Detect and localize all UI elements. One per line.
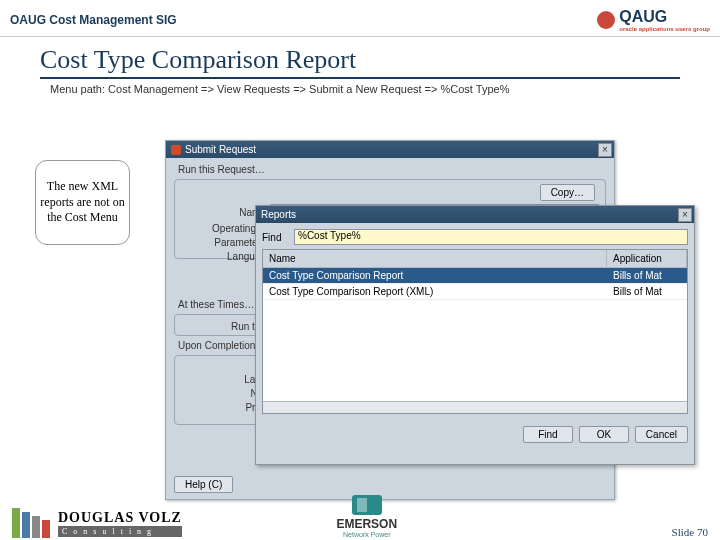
page-title: Cost Type Comparison Report bbox=[40, 45, 680, 79]
cell-app: Bills of Mat bbox=[607, 268, 687, 283]
cell-app: Bills of Mat bbox=[607, 284, 687, 299]
oracle-icon bbox=[171, 145, 181, 155]
window-title-text: Submit Request bbox=[185, 144, 256, 155]
note-box: The new XML reports are not on the Cost … bbox=[35, 160, 130, 245]
reports-popup: Reports × Find %Cost Type% Name Applicat… bbox=[255, 205, 695, 465]
parameters-label: Parameters bbox=[181, 237, 266, 248]
oaug-logo: QAUG oracle applications users group bbox=[597, 8, 710, 32]
find-button[interactable]: Find bbox=[523, 426, 573, 443]
operating-label: Operating U bbox=[181, 223, 266, 234]
section-run: Run this Request… bbox=[178, 164, 606, 175]
find-label: Find bbox=[262, 232, 290, 243]
find-input[interactable]: %Cost Type% bbox=[294, 229, 688, 245]
oaug-logo-text: QAUG bbox=[619, 8, 667, 25]
popup-titlebar: Reports × bbox=[256, 206, 694, 223]
oaug-dot-icon bbox=[597, 11, 615, 29]
emerson-sub: Network Power bbox=[336, 531, 397, 538]
table-row[interactable]: Cost Type Comparison Report Bills of Mat bbox=[263, 268, 687, 284]
menu-path: Menu path: Cost Management => View Reque… bbox=[50, 83, 680, 95]
cell-name: Cost Type Comparison Report bbox=[263, 268, 607, 283]
col-app: Application bbox=[607, 250, 687, 267]
scrollbar-h[interactable] bbox=[263, 401, 687, 413]
dv-name: DOUGLAS VOLZ bbox=[58, 510, 182, 526]
slide-number: Slide 70 bbox=[672, 526, 708, 538]
header-title: OAUG Cost Management SIG bbox=[10, 13, 177, 27]
help-button[interactable]: Help (C) bbox=[174, 476, 233, 493]
dv-consulting: C o n s u l t i n g bbox=[58, 526, 182, 537]
emerson-logo: EMERSON Network Power bbox=[336, 495, 397, 538]
results-grid: Name Application Cost Type Comparison Re… bbox=[262, 249, 688, 414]
window-titlebar: Submit Request × bbox=[166, 141, 614, 158]
table-row[interactable]: Cost Type Comparison Report (XML) Bills … bbox=[263, 284, 687, 300]
emerson-name: EMERSON bbox=[336, 517, 397, 531]
print-label: Print bbox=[181, 402, 266, 413]
close-icon[interactable]: × bbox=[678, 208, 692, 222]
name-label: Name bbox=[181, 207, 266, 218]
close-icon[interactable]: × bbox=[598, 143, 612, 157]
cancel-button[interactable]: Cancel bbox=[635, 426, 688, 443]
ok-button[interactable]: OK bbox=[579, 426, 629, 443]
cell-name: Cost Type Comparison Report (XML) bbox=[263, 284, 607, 299]
emerson-icon bbox=[352, 495, 382, 515]
col-name: Name bbox=[263, 250, 607, 267]
language-label: Languag bbox=[181, 251, 266, 262]
notify-label: Not bbox=[181, 388, 266, 399]
run-the-label: Run the bbox=[181, 321, 266, 332]
popup-title-text: Reports bbox=[261, 209, 296, 220]
layout-label: Layo bbox=[181, 374, 266, 385]
copy-button[interactable]: Copy… bbox=[540, 184, 595, 201]
note-text: The new XML reports are not on the Cost … bbox=[40, 179, 125, 226]
oaug-logo-sub: oracle applications users group bbox=[619, 26, 710, 32]
douglas-volz-logo: DOUGLAS VOLZ C o n s u l t i n g bbox=[12, 508, 182, 538]
